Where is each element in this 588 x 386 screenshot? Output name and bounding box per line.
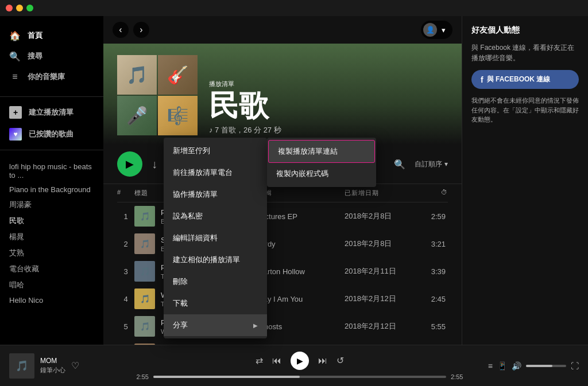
sidebar-item-sing[interactable]: 唱哈: [0, 277, 103, 293]
forward-button[interactable]: ›: [133, 22, 149, 38]
submenu[interactable]: 複製播放清單連結 複製內嵌程式碼: [267, 138, 376, 187]
sidebar-item-search[interactable]: 🔍 搜尋: [0, 46, 103, 67]
shuffle-button[interactable]: ⇄: [256, 355, 263, 366]
search-button[interactable]: 🔍: [394, 159, 405, 170]
track-list: # 標題 專輯 已新增日期 ⏱ 1 🎵 Pictu... Benja... Pi…: [103, 184, 462, 345]
ctx-delete[interactable]: 刪除: [164, 271, 267, 293]
play-button[interactable]: ▶: [117, 151, 142, 177]
devices-button[interactable]: 📱: [497, 361, 507, 371]
progress-track[interactable]: [153, 376, 446, 378]
sidebar-folk-label: 民歌: [9, 216, 24, 226]
track-num: 2: [117, 240, 134, 248]
right-panel-desc: 與 Facebook 連線，看看好友正在播放哪些音樂。: [471, 42, 579, 63]
col-num: #: [117, 189, 134, 197]
sidebar-yang-label: 楊晁: [9, 232, 24, 242]
sidebar-item-star[interactable]: A star is born: [0, 307, 103, 310]
track-album: Pictures EP: [258, 212, 345, 221]
player-buttons: ⇄ ⏮ ▶ ⏭ ↺: [256, 352, 344, 370]
custom-order-button[interactable]: 自訂順序 ▾: [415, 159, 448, 169]
sidebar-item-yang[interactable]: 楊晁: [0, 229, 103, 245]
ctx-go-radio-label: 前往播放清單電台: [173, 167, 233, 178]
volume-button[interactable]: 🔊: [512, 361, 521, 371]
user-menu-button[interactable]: 👤 ▾: [421, 21, 452, 39]
minimize-button[interactable]: [16, 5, 23, 11]
ctx-collab[interactable]: 協作播放清單: [164, 184, 267, 205]
next-button[interactable]: ⏭: [318, 356, 327, 366]
track-num: 4: [117, 295, 134, 303]
sidebar-item-lofi[interactable]: lofi hip hop music - beats to ...: [0, 159, 103, 182]
search-icon: 🔍: [394, 159, 405, 169]
ctx-add-queue[interactable]: 新增至佇列: [164, 140, 267, 162]
back-button[interactable]: ‹: [113, 22, 129, 38]
sidebar-item-folk[interactable]: 民歌: [0, 213, 103, 229]
track-album: Birdy: [258, 240, 345, 248]
track-thumb: 🎵: [134, 316, 155, 337]
track-row[interactable]: 6 🎵 Shake It Out Florence + The Machine …: [117, 340, 448, 345]
right-panel: 好友個人動態 與 Facebook 連線，看看好友正在播放哪些音樂。 f 與 F…: [462, 16, 588, 345]
repeat-icon: ↺: [336, 356, 344, 365]
create-playlist-action[interactable]: + 建立播放清單: [0, 102, 103, 123]
submenu-copy-embed[interactable]: 複製內嵌程式碼: [267, 163, 376, 185]
sidebar-item-radio[interactable]: 電台收藏: [0, 261, 103, 277]
sidebar-library: lofi hip hop music - beats to ... Piano …: [0, 155, 103, 310]
prev-button[interactable]: ⏮: [272, 356, 281, 366]
sidebar-item-ai[interactable]: 艾熟: [0, 245, 103, 261]
play-pause-button[interactable]: ▶: [291, 352, 309, 370]
fullscreen-button[interactable]: [26, 5, 33, 11]
playlist-type: 播放清單: [209, 80, 281, 88]
track-date: 2018年2月12日: [345, 294, 413, 304]
ctx-download[interactable]: 下載: [164, 293, 267, 314]
cover-cell-4: [158, 96, 198, 135]
progress-time-right: 2:55: [451, 373, 471, 380]
ctx-download-label: 下載: [173, 298, 188, 309]
ctx-share[interactable]: 分享 ▶: [164, 314, 267, 336]
sidebar-item-piano[interactable]: Piano in the Background: [0, 182, 103, 197]
submenu-copy-link[interactable]: 複製播放清單連結: [268, 140, 375, 163]
playlist-title: 民歌: [209, 91, 281, 120]
track-date: 2018年2月12日: [345, 321, 413, 332]
sidebar-lofi-label: lofi hip hop music - beats to ...: [9, 162, 94, 180]
ctx-private[interactable]: 設為私密: [164, 205, 267, 227]
col-duration: ⏱: [413, 189, 448, 197]
custom-order-label: 自訂順序: [415, 159, 442, 169]
track-thumb: 🎵: [134, 233, 155, 254]
sidebar-item-hello[interactable]: Hello Nico: [0, 293, 103, 307]
now-playing: 🎵 MOM 鐘筆小心 ♡: [9, 353, 124, 379]
prev-icon: ⏮: [272, 356, 281, 365]
plus-icon: +: [9, 106, 22, 119]
now-artist: 鐘筆小心: [40, 366, 65, 375]
ctx-edit-label: 編輯詳細資料: [173, 233, 218, 243]
download-button[interactable]: ↓: [152, 158, 157, 171]
bottom-player: 🎵 MOM 鐘筆小心 ♡ ⇄ ⏮ ▶ ⏭ ↺ 2:55: [0, 345, 588, 386]
ctx-go-radio[interactable]: 前往播放清單電台: [164, 162, 267, 184]
ctx-similar[interactable]: 建立相似的播放清單: [164, 249, 267, 271]
sidebar-item-zhou[interactable]: 周湯豪: [0, 197, 103, 213]
ctx-edit[interactable]: 編輯詳細資料: [164, 227, 267, 249]
track-album: Ghosts: [258, 322, 345, 331]
queue-button[interactable]: ≡: [488, 361, 493, 371]
player-right: ≡ 📱 🔊 ⛶: [475, 361, 579, 371]
sidebar-sing-label: 唱哈: [9, 280, 24, 290]
repeat-button[interactable]: ↺: [336, 355, 344, 366]
col-album: 專輯: [258, 189, 345, 197]
search-icon: 🔍: [9, 50, 21, 62]
play-pause-icon: ▶: [297, 356, 303, 365]
library-icon: ≡: [9, 71, 21, 83]
fullscreen-button[interactable]: ⛶: [571, 361, 579, 371]
sidebar-item-library[interactable]: ≡ 你的音樂庫: [0, 67, 103, 87]
cover-cell-2: [158, 55, 198, 95]
sidebar-ai-label: 艾熟: [9, 248, 24, 258]
sidebar-nav: 🏠 首頁 🔍 搜尋 ≡ 你的音樂庫: [0, 16, 103, 92]
sidebar-item-home[interactable]: 🏠 首頁: [0, 25, 103, 46]
track-album: Say I Am You: [258, 295, 345, 303]
volume-bar[interactable]: [526, 365, 566, 367]
track-date: 2018年2月8日: [345, 211, 413, 221]
facebook-connect-button[interactable]: f 與 FACEBOOK 連線: [471, 70, 579, 89]
ctx-private-label: 設為私密: [173, 211, 203, 221]
liked-songs-action[interactable]: ♥ 已按讚的歌曲: [0, 123, 103, 145]
close-button[interactable]: [6, 5, 13, 11]
now-thumb: 🎵: [9, 353, 34, 379]
context-menu[interactable]: 新增至佇列 前往播放清單電台 協作播放清單 設為私密 編輯詳細資料 建立相似的播…: [164, 138, 267, 338]
track-num: 1: [117, 212, 134, 221]
heart-button[interactable]: ♡: [71, 360, 79, 371]
